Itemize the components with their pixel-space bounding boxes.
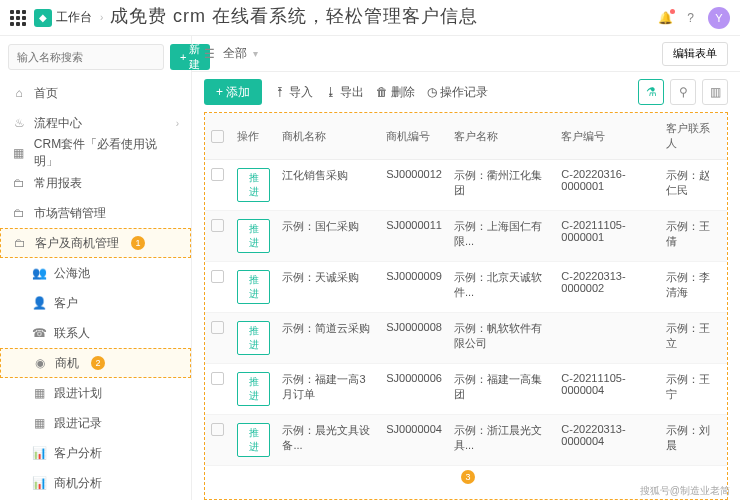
nav-label: 首页 <box>34 85 58 102</box>
sidebar-item[interactable]: ⌂首页 <box>0 78 191 108</box>
nav-icon: 🗀 <box>13 236 27 250</box>
toolbar-actions: + 添加 ⭱ 导入 ⭳ 导出 🗑 删除 ◷ 操作记录 ⚗ ⚲ ▥ <box>192 72 740 112</box>
nav-label: 跟进计划 <box>54 385 102 402</box>
nav-label: 流程中心 <box>34 115 82 132</box>
nav-label: 市场营销管理 <box>34 205 106 222</box>
push-button[interactable]: 推进 <box>237 270 270 304</box>
nav-icon: ▦ <box>32 386 46 400</box>
table-container: 操作商机名称商机编号客户名称客户编号客户联系人 推进 江化销售采购 SJ0000… <box>204 112 728 500</box>
sidebar-item[interactable]: ▦CRM套件「必看使用说明」 <box>0 138 191 168</box>
sidebar-item[interactable]: ☎联系人 <box>0 318 191 348</box>
push-button[interactable]: 推进 <box>237 372 270 406</box>
view-selector[interactable]: 全部▾ <box>223 45 260 62</box>
table-row[interactable]: 推进 江化销售采购 SJ0000012 示例：衢州江化集团 C-20220316… <box>205 160 727 211</box>
column-header[interactable]: 商机编号 <box>380 113 448 160</box>
bell-icon[interactable]: 🔔 <box>658 11 673 25</box>
cell-code: SJ0000011 <box>380 211 448 262</box>
logo-icon: ◆ <box>34 9 52 27</box>
cell-contact: 示例：王立 <box>660 313 727 364</box>
checkbox-all[interactable] <box>211 130 224 143</box>
sidebar-item[interactable]: 🗀市场营销管理 <box>0 198 191 228</box>
avatar[interactable]: Y <box>708 7 730 29</box>
columns-icon[interactable]: ▥ <box>702 79 728 105</box>
push-button[interactable]: 推进 <box>237 321 270 355</box>
cell-code: SJ0000008 <box>380 313 448 364</box>
cell-cust: 示例：浙江晨光文具... <box>448 415 555 466</box>
sidebar-item[interactable]: ▦跟进记录 <box>0 408 191 438</box>
nav-icon: ◉ <box>33 356 47 370</box>
checkbox[interactable] <box>211 168 224 181</box>
badge: 2 <box>91 356 105 370</box>
cell-ccode: C-20220313-0000004 <box>555 415 660 466</box>
nav-icon: ▦ <box>32 416 46 430</box>
sidebar-item[interactable]: ◉商机2 <box>0 348 191 378</box>
cell-contact: 示例：赵仁民 <box>660 160 727 211</box>
sidebar-item[interactable]: 👥公海池 <box>0 258 191 288</box>
sidebar-item[interactable]: ▦跟进计划 <box>0 378 191 408</box>
delete-button[interactable]: 🗑 删除 <box>376 84 415 101</box>
sidebar-item[interactable]: ♨流程中心› <box>0 108 191 138</box>
cell-code: SJ0000009 <box>380 262 448 313</box>
checkbox[interactable] <box>211 372 224 385</box>
cell-ccode <box>555 313 660 364</box>
sidebar-item[interactable]: 👤客户 <box>0 288 191 318</box>
table-row[interactable]: 推进 示例：简道云采购 SJ0000008 示例：帆软软件有限公司 示例：王立 <box>205 313 727 364</box>
nav-label: 商机 <box>55 355 79 372</box>
column-header[interactable]: 操作 <box>231 113 276 160</box>
toolbar-view: ☰ 全部▾ 编辑表单 <box>192 36 740 72</box>
cell-code: SJ0000006 <box>380 364 448 415</box>
cell-name: 示例：天诚采购 <box>276 262 380 313</box>
search-icon[interactable]: ⚲ <box>670 79 696 105</box>
content: ☰ 全部▾ 编辑表单 + 添加 ⭱ 导入 ⭳ 导出 🗑 删除 ◷ 操作记录 ⚗ … <box>192 36 740 500</box>
column-header[interactable]: 客户名称 <box>448 113 555 160</box>
watermark: 搜狐号@制造业老简 <box>640 484 730 498</box>
checkbox[interactable] <box>211 321 224 334</box>
checkbox[interactable] <box>211 270 224 283</box>
column-header[interactable]: 客户联系人 <box>660 113 727 160</box>
table-row[interactable]: 推进 示例：国仁采购 SJ0000011 示例：上海国仁有限... C-2021… <box>205 211 727 262</box>
sidebar-item[interactable]: 🗀客户及商机管理1 <box>0 228 191 258</box>
import-button[interactable]: ⭱ 导入 <box>274 84 313 101</box>
export-button[interactable]: ⭳ 导出 <box>325 84 364 101</box>
nav-label: 商机分析 <box>54 475 102 492</box>
checkbox[interactable] <box>211 423 224 436</box>
cell-cust: 示例：上海国仁有限... <box>448 211 555 262</box>
apps-icon[interactable] <box>10 10 26 26</box>
cell-contact: 示例：王宁 <box>660 364 727 415</box>
edit-form-button[interactable]: 编辑表单 <box>662 42 728 66</box>
search-input[interactable] <box>8 44 164 70</box>
push-button[interactable]: 推进 <box>237 168 270 202</box>
cell-name: 江化销售采购 <box>276 160 380 211</box>
chevron-right-icon: › <box>100 12 103 23</box>
add-button[interactable]: + 添加 <box>204 79 262 105</box>
nav-label: 客户分析 <box>54 445 102 462</box>
list-view-icon[interactable]: ☰ <box>204 47 215 61</box>
nav-icon: 📊 <box>32 476 46 490</box>
push-button[interactable]: 推进 <box>237 219 270 253</box>
checkbox[interactable] <box>211 219 224 232</box>
table-row[interactable]: 推进 示例：天诚采购 SJ0000009 示例：北京天诚软件... C-2022… <box>205 262 727 313</box>
column-header[interactable]: 商机名称 <box>276 113 380 160</box>
push-button[interactable]: 推进 <box>237 423 270 457</box>
sidebar-item[interactable]: 📊商机分析 <box>0 468 191 498</box>
nav-icon: ⌂ <box>12 86 26 100</box>
nav-label: 公海池 <box>54 265 90 282</box>
sidebar-item[interactable]: 📊客户分析 <box>0 438 191 468</box>
column-header[interactable]: 客户编号 <box>555 113 660 160</box>
filter-icon[interactable]: ⚗ <box>638 79 664 105</box>
workspace-label[interactable]: 工作台 <box>56 9 92 26</box>
data-table: 操作商机名称商机编号客户名称客户编号客户联系人 推进 江化销售采购 SJ0000… <box>205 113 727 466</box>
oplog-button[interactable]: ◷ 操作记录 <box>427 84 488 101</box>
nav-icon: 👥 <box>32 266 46 280</box>
nav-icon: 📊 <box>32 446 46 460</box>
table-row[interactable]: 推进 示例：晨光文具设备... SJ0000004 示例：浙江晨光文具... C… <box>205 415 727 466</box>
overlay-title: 成免费 crm 在线看系统，轻松管理客户信息 <box>110 4 478 28</box>
nav-icon: ☎ <box>32 326 46 340</box>
nav-label: 客户及商机管理 <box>35 235 119 252</box>
sidebar: +新建 ⌂首页♨流程中心›▦CRM套件「必看使用说明」🗀常用报表🗀市场营销管理🗀… <box>0 36 192 500</box>
cell-ccode: C-20211105-0000001 <box>555 211 660 262</box>
help-icon[interactable]: ? <box>687 11 694 25</box>
cell-code: SJ0000004 <box>380 415 448 466</box>
table-row[interactable]: 推进 示例：福建一高3月订单 SJ0000006 示例：福建一高集团 C-202… <box>205 364 727 415</box>
sidebar-item[interactable]: 🗀常用报表 <box>0 168 191 198</box>
